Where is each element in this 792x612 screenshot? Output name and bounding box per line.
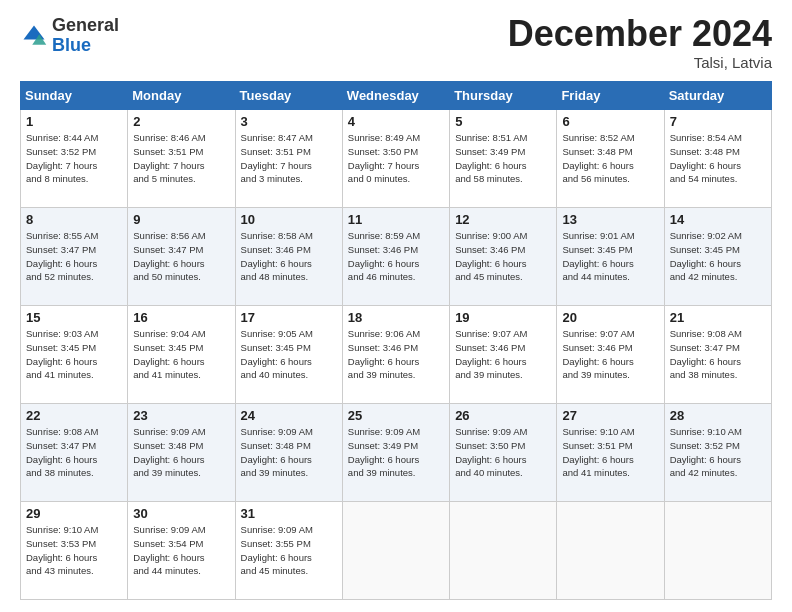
day-number: 26 — [455, 408, 551, 423]
calendar-cell: 11Sunrise: 8:59 AMSunset: 3:46 PMDayligh… — [342, 208, 449, 306]
day-number: 24 — [241, 408, 337, 423]
day-number: 28 — [670, 408, 766, 423]
day-number: 15 — [26, 310, 122, 325]
day-number: 18 — [348, 310, 444, 325]
calendar-cell: 29Sunrise: 9:10 AMSunset: 3:53 PMDayligh… — [21, 502, 128, 600]
calendar-cell: 10Sunrise: 8:58 AMSunset: 3:46 PMDayligh… — [235, 208, 342, 306]
month-title: December 2024 — [508, 16, 772, 52]
logo-blue-text: Blue — [52, 35, 91, 55]
cell-content: Sunrise: 8:44 AMSunset: 3:52 PMDaylight:… — [26, 131, 122, 186]
calendar-cell: 27Sunrise: 9:10 AMSunset: 3:51 PMDayligh… — [557, 404, 664, 502]
day-header-sunday: Sunday — [21, 82, 128, 110]
day-number: 30 — [133, 506, 229, 521]
day-number: 2 — [133, 114, 229, 129]
calendar-cell: 5Sunrise: 8:51 AMSunset: 3:49 PMDaylight… — [450, 110, 557, 208]
calendar-header: SundayMondayTuesdayWednesdayThursdayFrid… — [21, 82, 772, 110]
calendar-table: SundayMondayTuesdayWednesdayThursdayFrid… — [20, 81, 772, 600]
day-header-wednesday: Wednesday — [342, 82, 449, 110]
cell-content: Sunrise: 8:55 AMSunset: 3:47 PMDaylight:… — [26, 229, 122, 284]
cell-content: Sunrise: 9:00 AMSunset: 3:46 PMDaylight:… — [455, 229, 551, 284]
cell-content: Sunrise: 9:04 AMSunset: 3:45 PMDaylight:… — [133, 327, 229, 382]
calendar-page: General Blue December 2024 Talsi, Latvia… — [0, 0, 792, 612]
calendar-cell: 25Sunrise: 9:09 AMSunset: 3:49 PMDayligh… — [342, 404, 449, 502]
cell-content: Sunrise: 9:07 AMSunset: 3:46 PMDaylight:… — [455, 327, 551, 382]
day-number: 8 — [26, 212, 122, 227]
calendar-cell: 4Sunrise: 8:49 AMSunset: 3:50 PMDaylight… — [342, 110, 449, 208]
week-row-1: 1Sunrise: 8:44 AMSunset: 3:52 PMDaylight… — [21, 110, 772, 208]
calendar-cell: 6Sunrise: 8:52 AMSunset: 3:48 PMDaylight… — [557, 110, 664, 208]
location: Talsi, Latvia — [508, 54, 772, 71]
day-number: 6 — [562, 114, 658, 129]
cell-content: Sunrise: 8:54 AMSunset: 3:48 PMDaylight:… — [670, 131, 766, 186]
cell-content: Sunrise: 9:03 AMSunset: 3:45 PMDaylight:… — [26, 327, 122, 382]
calendar-cell: 22Sunrise: 9:08 AMSunset: 3:47 PMDayligh… — [21, 404, 128, 502]
day-header-thursday: Thursday — [450, 82, 557, 110]
day-number: 19 — [455, 310, 551, 325]
header-right: December 2024 Talsi, Latvia — [508, 16, 772, 71]
calendar-cell: 20Sunrise: 9:07 AMSunset: 3:46 PMDayligh… — [557, 306, 664, 404]
cell-content: Sunrise: 9:07 AMSunset: 3:46 PMDaylight:… — [562, 327, 658, 382]
day-number: 23 — [133, 408, 229, 423]
day-number: 7 — [670, 114, 766, 129]
day-number: 21 — [670, 310, 766, 325]
calendar-cell: 12Sunrise: 9:00 AMSunset: 3:46 PMDayligh… — [450, 208, 557, 306]
day-number: 25 — [348, 408, 444, 423]
calendar-cell: 15Sunrise: 9:03 AMSunset: 3:45 PMDayligh… — [21, 306, 128, 404]
day-number: 4 — [348, 114, 444, 129]
day-number: 14 — [670, 212, 766, 227]
calendar-cell — [664, 502, 771, 600]
cell-content: Sunrise: 9:06 AMSunset: 3:46 PMDaylight:… — [348, 327, 444, 382]
day-number: 22 — [26, 408, 122, 423]
day-number: 20 — [562, 310, 658, 325]
day-number: 16 — [133, 310, 229, 325]
calendar-cell: 19Sunrise: 9:07 AMSunset: 3:46 PMDayligh… — [450, 306, 557, 404]
cell-content: Sunrise: 9:09 AMSunset: 3:48 PMDaylight:… — [133, 425, 229, 480]
calendar-cell: 30Sunrise: 9:09 AMSunset: 3:54 PMDayligh… — [128, 502, 235, 600]
calendar-cell: 16Sunrise: 9:04 AMSunset: 3:45 PMDayligh… — [128, 306, 235, 404]
logo: General Blue — [20, 16, 119, 56]
page-header: General Blue December 2024 Talsi, Latvia — [20, 16, 772, 71]
week-row-4: 22Sunrise: 9:08 AMSunset: 3:47 PMDayligh… — [21, 404, 772, 502]
day-number: 5 — [455, 114, 551, 129]
day-number: 17 — [241, 310, 337, 325]
day-number: 10 — [241, 212, 337, 227]
cell-content: Sunrise: 8:47 AMSunset: 3:51 PMDaylight:… — [241, 131, 337, 186]
cell-content: Sunrise: 9:05 AMSunset: 3:45 PMDaylight:… — [241, 327, 337, 382]
cell-content: Sunrise: 9:01 AMSunset: 3:45 PMDaylight:… — [562, 229, 658, 284]
cell-content: Sunrise: 9:09 AMSunset: 3:55 PMDaylight:… — [241, 523, 337, 578]
calendar-cell: 13Sunrise: 9:01 AMSunset: 3:45 PMDayligh… — [557, 208, 664, 306]
day-number: 9 — [133, 212, 229, 227]
day-number: 12 — [455, 212, 551, 227]
calendar-cell — [450, 502, 557, 600]
cell-content: Sunrise: 9:09 AMSunset: 3:49 PMDaylight:… — [348, 425, 444, 480]
cell-content: Sunrise: 8:49 AMSunset: 3:50 PMDaylight:… — [348, 131, 444, 186]
calendar-cell: 3Sunrise: 8:47 AMSunset: 3:51 PMDaylight… — [235, 110, 342, 208]
calendar-cell: 8Sunrise: 8:55 AMSunset: 3:47 PMDaylight… — [21, 208, 128, 306]
day-number: 13 — [562, 212, 658, 227]
day-number: 1 — [26, 114, 122, 129]
cell-content: Sunrise: 9:09 AMSunset: 3:50 PMDaylight:… — [455, 425, 551, 480]
day-header-tuesday: Tuesday — [235, 82, 342, 110]
days-of-week-row: SundayMondayTuesdayWednesdayThursdayFrid… — [21, 82, 772, 110]
logo-icon — [20, 22, 48, 50]
cell-content: Sunrise: 9:09 AMSunset: 3:48 PMDaylight:… — [241, 425, 337, 480]
calendar-cell: 17Sunrise: 9:05 AMSunset: 3:45 PMDayligh… — [235, 306, 342, 404]
logo-general-text: General — [52, 15, 119, 35]
day-number: 11 — [348, 212, 444, 227]
day-number: 31 — [241, 506, 337, 521]
week-row-3: 15Sunrise: 9:03 AMSunset: 3:45 PMDayligh… — [21, 306, 772, 404]
calendar-cell: 14Sunrise: 9:02 AMSunset: 3:45 PMDayligh… — [664, 208, 771, 306]
week-row-2: 8Sunrise: 8:55 AMSunset: 3:47 PMDaylight… — [21, 208, 772, 306]
calendar-cell: 7Sunrise: 8:54 AMSunset: 3:48 PMDaylight… — [664, 110, 771, 208]
cell-content: Sunrise: 8:51 AMSunset: 3:49 PMDaylight:… — [455, 131, 551, 186]
cell-content: Sunrise: 9:08 AMSunset: 3:47 PMDaylight:… — [26, 425, 122, 480]
day-header-monday: Monday — [128, 82, 235, 110]
cell-content: Sunrise: 9:10 AMSunset: 3:53 PMDaylight:… — [26, 523, 122, 578]
day-header-friday: Friday — [557, 82, 664, 110]
day-number: 27 — [562, 408, 658, 423]
cell-content: Sunrise: 8:46 AMSunset: 3:51 PMDaylight:… — [133, 131, 229, 186]
calendar-cell: 24Sunrise: 9:09 AMSunset: 3:48 PMDayligh… — [235, 404, 342, 502]
calendar-cell: 21Sunrise: 9:08 AMSunset: 3:47 PMDayligh… — [664, 306, 771, 404]
calendar-cell — [342, 502, 449, 600]
week-row-5: 29Sunrise: 9:10 AMSunset: 3:53 PMDayligh… — [21, 502, 772, 600]
